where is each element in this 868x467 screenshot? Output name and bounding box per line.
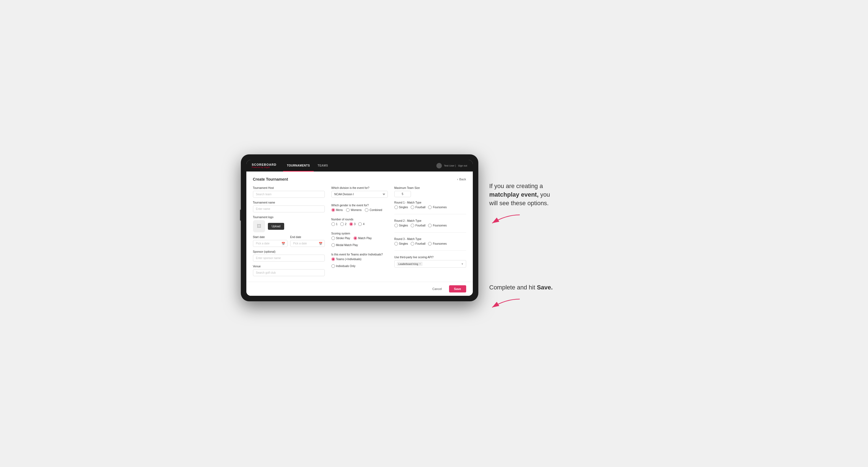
scoring-group: Scoring system Stroke Play Match Play — [332, 232, 388, 247]
middle-form-section: Which division is the event for? NCAA Di… — [332, 186, 388, 276]
rounds-3-option[interactable]: 3 — [349, 222, 356, 226]
round1-foursomes-label: Foursomes — [433, 206, 446, 209]
round1-match-type-section: Round 1 - Match Type Singles Fourball — [394, 201, 466, 209]
round3-fourball-radio[interactable] — [411, 242, 414, 246]
scoring-medal-radio[interactable] — [332, 243, 335, 247]
round1-foursomes-radio[interactable] — [428, 206, 432, 209]
rounds-2-radio[interactable] — [340, 222, 344, 226]
teams-label: Is this event for Teams and/or Individua… — [332, 253, 388, 256]
scoring-radio-group: Stroke Play Match Play Medal Match Play — [332, 237, 388, 247]
round2-singles-label: Singles — [399, 224, 408, 227]
round2-singles-option[interactable]: Singles — [394, 224, 408, 227]
individuals-only-option[interactable]: Individuals Only — [332, 264, 356, 268]
annotation-bottom-arrow — [489, 296, 556, 313]
form-layout: Tournament Host Tournament name Tourname… — [253, 186, 466, 276]
end-date-label: End date — [290, 236, 325, 239]
round3-singles-option[interactable]: Singles — [394, 242, 408, 246]
scoring-stroke-radio[interactable] — [332, 237, 335, 240]
annotation-bottom-bold: Save. — [537, 284, 553, 291]
back-chevron-icon: ‹ — [457, 178, 458, 181]
venue-input[interactable] — [253, 269, 325, 276]
max-team-size-input[interactable] — [394, 191, 411, 197]
rounds-group: Number of rounds 1 2 — [332, 218, 388, 226]
tournament-name-input[interactable] — [253, 206, 325, 212]
logo-sub: Powered by clippit — [252, 166, 276, 168]
round1-fourball-option[interactable]: Fourball — [411, 206, 425, 209]
start-date-group: Start date 📅 — [253, 236, 287, 247]
annotation-top-text1: If you are creating a — [489, 183, 543, 189]
max-team-size-label: Maximum Team Size — [394, 186, 466, 189]
divider-3 — [394, 250, 466, 251]
annotations: If you are creating a matchplay event, y… — [489, 154, 556, 313]
round1-fourball-radio[interactable] — [411, 206, 414, 209]
upload-button[interactable]: Upload — [268, 223, 284, 230]
round2-fourball-radio[interactable] — [411, 224, 414, 227]
scoring-stroke-option[interactable]: Stroke Play — [332, 237, 350, 240]
division-select[interactable]: NCAA Division I — [332, 191, 388, 198]
nav-tab-tournaments[interactable]: TOURNAMENTS — [283, 160, 314, 172]
scoring-match-option[interactable]: Match Play — [353, 237, 372, 240]
round1-singles-label: Singles — [399, 206, 408, 209]
nav-user: Test User | — [444, 164, 456, 167]
round2-singles-radio[interactable] — [394, 224, 398, 227]
teams-plus-label: Teams (+Individuals) — [336, 258, 362, 261]
round3-label: Round 3 - Match Type — [394, 238, 466, 241]
start-date-label: Start date — [253, 236, 287, 239]
gender-womens-radio[interactable] — [346, 208, 350, 212]
round2-foursomes-option[interactable]: Foursomes — [428, 224, 446, 227]
app-logo: SCOREBOARD Powered by clippit — [252, 163, 276, 168]
logo-main: SCOREBOARD — [252, 163, 276, 166]
rounds-4-option[interactable]: 4 — [358, 222, 365, 226]
scoring-match-label: Match Play — [358, 237, 372, 240]
individuals-only-label: Individuals Only — [336, 264, 356, 268]
tablet-device: SCOREBOARD Powered by clippit TOURNAMENT… — [241, 154, 478, 301]
api-group: Use third-party live scoring API? Leader… — [394, 256, 466, 268]
form-footer: Cancel Save — [246, 282, 473, 296]
gender-combined-radio[interactable] — [365, 208, 368, 212]
round3-fourball-label: Fourball — [415, 242, 425, 245]
rounds-1-radio[interactable] — [332, 222, 335, 226]
cancel-button[interactable]: Cancel — [428, 285, 446, 292]
round1-singles-option[interactable]: Singles — [394, 206, 408, 209]
round3-options: Singles Fourball Foursomes — [394, 242, 466, 246]
teams-plus-radio[interactable] — [332, 257, 335, 261]
scoring-match-radio[interactable] — [353, 237, 357, 240]
teams-plus-option[interactable]: Teams (+Individuals) — [332, 257, 362, 261]
individuals-only-radio[interactable] — [332, 264, 335, 268]
round2-fourball-option[interactable]: Fourball — [411, 224, 425, 227]
main-content: Create Tournament ‹ Back Tournament Host — [246, 172, 473, 282]
round3-singles-radio[interactable] — [394, 242, 398, 246]
tournament-name-group: Tournament name — [253, 201, 325, 212]
gender-combined-option[interactable]: Combined — [365, 208, 382, 212]
nav-tab-teams[interactable]: TEAMS — [314, 160, 332, 172]
rounds-2-option[interactable]: 2 — [340, 222, 347, 226]
round3-foursomes-label: Foursomes — [433, 242, 446, 245]
round3-fourball-option[interactable]: Fourball — [411, 242, 425, 246]
round1-singles-radio[interactable] — [394, 206, 398, 209]
gender-mens-radio[interactable] — [332, 208, 335, 212]
round2-foursomes-radio[interactable] — [428, 224, 432, 227]
api-selected-label: Leaderboard King — [399, 262, 418, 266]
round1-foursomes-option[interactable]: Foursomes — [428, 206, 446, 209]
back-link[interactable]: ‹ Back — [457, 178, 466, 181]
round3-foursomes-radio[interactable] — [428, 242, 432, 246]
rounds-1-option[interactable]: 1 — [332, 222, 338, 226]
tournament-host-input[interactable] — [253, 191, 325, 198]
gender-mens-option[interactable]: Mens — [332, 208, 343, 212]
scoring-medal-option[interactable]: Medal Match Play — [332, 243, 358, 247]
api-remove-icon[interactable]: × — [419, 262, 421, 266]
avatar — [436, 163, 442, 168]
save-button[interactable]: Save — [449, 285, 466, 292]
signout-link[interactable]: Sign out — [458, 164, 467, 167]
back-label: Back — [459, 178, 466, 181]
api-select-wrapper[interactable]: Leaderboard King × ▼ — [394, 260, 466, 268]
sponsor-input[interactable] — [253, 255, 325, 261]
annotation-top: If you are creating a matchplay event, y… — [489, 182, 556, 228]
nav-bar: SCOREBOARD Powered by clippit TOURNAMENT… — [246, 160, 473, 172]
logo-placeholder-icon: 🖼 — [253, 220, 265, 232]
rounds-4-radio[interactable] — [358, 222, 362, 226]
rounds-3-radio[interactable] — [349, 222, 353, 226]
scoring-label: Scoring system — [332, 232, 388, 235]
round3-foursomes-option[interactable]: Foursomes — [428, 242, 446, 246]
gender-womens-option[interactable]: Womens — [346, 208, 362, 212]
